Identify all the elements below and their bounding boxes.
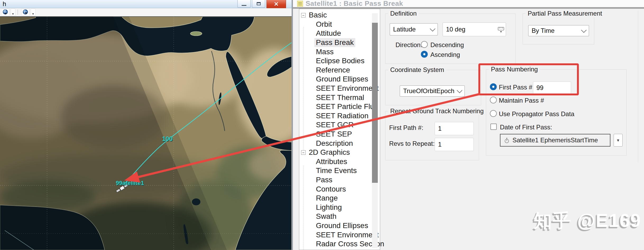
map-window-title: h [3,0,6,8]
tree-item-orbit[interactable]: Orbit [299,20,371,29]
tree-item-label: Range [314,194,339,203]
map-toolbar: ▾ ▾ [0,8,292,16]
tree-item-label: SEET Environment [314,230,380,239]
tree-item-2d-graphics[interactable]: −2D Graphics [299,148,371,157]
minimize-icon [242,5,246,6]
properties-page-title: Satellite1 : Basic Pass Break [306,0,403,8]
globe-3d-button[interactable] [21,8,30,16]
config-tree: −BasicOrbitAttitudePass BreakMassEclipse… [299,11,371,248]
break-value-input[interactable] [443,22,506,36]
coordinate-system-value: TrueOfOrbitEpoch [403,87,454,95]
descending-label: Descending [430,41,464,49]
first-path-label: First Path #: [389,124,423,131]
tree-item-attributes[interactable]: Attributes [299,157,371,166]
tree-item-label: Pass Break [314,38,355,47]
break-type-select[interactable]: Latitude [390,23,438,35]
tree-item-label: Lighting [314,203,343,212]
tree-item-label: SEET Thermal [314,93,366,102]
tree-item-ground-ellipses[interactable]: Ground Ellipses [299,221,371,230]
tree-item-pass[interactable]: Pass [299,175,371,185]
tree-item-label: Eclipse Bodies [314,56,366,65]
map-window-titlebar[interactable]: h ✕ [0,0,292,8]
properties-titlebar[interactable]: Satellite1 : Basic Pass Break [293,0,644,7]
tree-item-seet-particle-flux[interactable]: SEET Particle Flux [299,102,371,111]
tree-item-ground-ellipses[interactable]: Ground Ellipses [299,75,371,84]
partial-pass-select[interactable]: By Time [528,25,589,36]
tree-item-label: Reference [314,66,352,75]
revs-to-repeat-input[interactable] [435,138,474,151]
globe-2d-dropdown[interactable]: ▾ [11,8,15,16]
globe-icon [2,9,8,15]
map-island-cyprus [190,31,202,36]
tree-item-contours[interactable]: Contours [299,184,371,194]
tree-item-basic[interactable]: −Basic [299,11,371,20]
tree-item-seet-environment[interactable]: SEET Environment [299,84,371,93]
map-window: h ✕ ▾ ▾ [0,0,293,250]
content-right-border [638,11,638,163]
tree-item-attitude[interactable]: Attitude [299,29,371,38]
tree-scrollbar[interactable] [372,13,378,248]
tree-expander-icon[interactable]: − [301,13,306,17]
tree-item-label: Attributes [314,157,349,166]
tree-item-label: 2D Graphics [307,148,352,157]
tree-item-label: Mass [314,47,335,56]
tree-item-pass-break[interactable]: Pass Break [299,38,371,47]
tree-item-seet-gcr[interactable]: SEET GCR [299,120,371,130]
ascending-label: Ascending [430,51,460,58]
coordinate-system-group-title: Coordinate System [388,66,446,74]
close-button[interactable]: ✕ [266,0,286,9]
use-propagator-label: Use Propagator Pass Data [499,110,574,118]
config-tree-panel: −BasicOrbitAttitudePass BreakMassEclipse… [299,9,380,250]
date-of-first-pass-checkbox[interactable] [490,124,497,130]
maximize-button[interactable] [252,0,265,8]
tree-item-description[interactable]: Description [299,139,371,148]
use-propagator-radio[interactable] [490,110,497,117]
tree-item-reference[interactable]: Reference [299,66,371,75]
watermark: 知乎 @E169 [519,208,641,233]
repeat-ground-track-group: Repeat Ground Track Numbering First Path… [385,111,479,160]
pass-numbering-group: Pass Numbering First Pass # Maintain Pas… [486,69,627,156]
ascending-radio[interactable] [421,51,428,58]
tree-item-label: SEET GCR [314,120,355,129]
map-canvas[interactable]: ​ 100 100 99atellite1 99atellite1 [0,17,292,250]
date-of-first-pass-field[interactable]: Satellite1 EphemerisStartTime [500,134,610,147]
tree-item-label: Orbit [314,20,334,29]
date-field-dropdown-button[interactable]: ▾ [614,134,623,147]
definition-group: Definition Latitude Direction: Descendin… [385,13,516,64]
tree-item-seet-thermal[interactable]: SEET Thermal [299,93,371,102]
minimize-button[interactable] [237,0,251,8]
tree-item-label: Ground Ellipses [314,221,370,230]
tree-item-seet-sep[interactable]: SEET SEP [299,130,371,139]
first-pass-radio[interactable] [490,83,497,90]
maintain-pass-radio[interactable] [490,97,497,103]
tree-item-seet-environment[interactable]: SEET Environment [299,230,371,239]
toolbar-grip[interactable] [17,10,19,15]
globe-2d-button[interactable] [1,8,10,16]
first-path-input[interactable] [435,122,474,135]
track-pass-label: 100 [162,135,173,142]
satellite-label: 99atellite1 [116,180,144,186]
tree-item-label: Pass [314,175,334,184]
tree-item-lighting[interactable]: Lighting [299,203,371,212]
tree-expander-icon[interactable]: − [301,150,306,155]
globe-3d-dropdown[interactable]: ▾ [31,8,35,16]
tree-item-mass[interactable]: Mass [299,47,371,56]
tree-item-range[interactable]: Range [299,194,371,203]
tree-item-label: SEET SEP [314,130,353,139]
tree-item-seet-radiation[interactable]: SEET Radiation [299,111,371,121]
tree-scrollbar-thumb[interactable] [372,23,378,183]
first-pass-input[interactable] [533,81,571,94]
direction-label: Direction: [395,41,422,49]
tree-item-eclipse-bodies[interactable]: Eclipse Bodies [299,56,371,66]
tree-item-radar-cross-section[interactable]: Radar Cross Section [299,239,371,249]
tree-item-label: Time Events [314,166,358,175]
coordinate-system-select[interactable]: TrueOfOrbitEpoch [400,85,465,97]
descending-radio[interactable] [421,41,428,48]
partial-pass-group-title: Partial Pass Measurement [526,10,604,17]
first-pass-label: First Pass # [499,84,532,91]
units-ruler-icon[interactable] [498,26,504,33]
tree-item-swath[interactable]: Swath [299,212,371,221]
repeat-ground-track-group-title: Repeat Ground Track Numbering [388,107,486,115]
tree-item-label: Contours [314,185,348,194]
tree-item-time-events[interactable]: Time Events [299,166,371,175]
